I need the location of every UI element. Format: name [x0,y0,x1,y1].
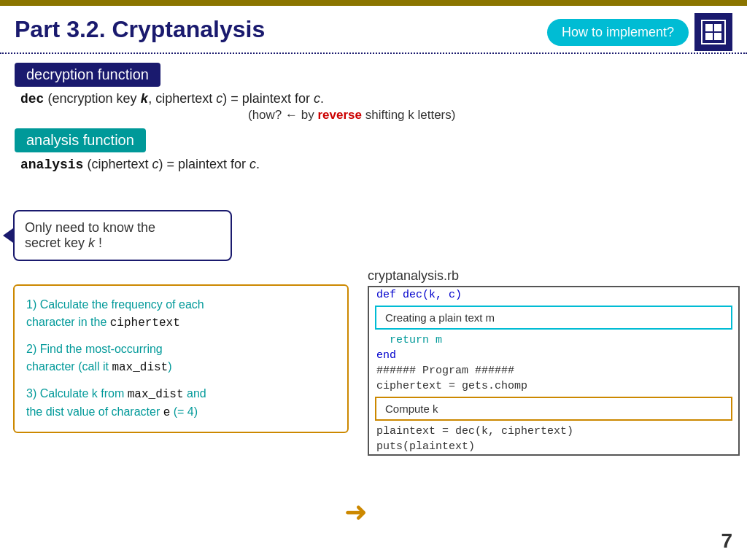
dec-dot: . [320,91,324,106]
step2-teal: 2) Find the most-occurring [26,343,163,355]
step3-mono: max_dist [128,388,184,401]
how-suffix: shifting [362,108,408,122]
code-inner-cyan: Creating a plain text m [375,306,732,330]
step3-teal: 3) Calculate k from [26,387,128,400]
code-hash-line: ###### Program ###### [369,363,738,378]
how-note: (how? ← by reverse shifting k letters) [248,108,732,122]
dec-suffix: ) = plaintext for [222,91,314,106]
dec-mid-text: , ciphertext [148,91,216,106]
page-title: Part 3.2. Cryptanalysis [15,13,265,43]
analysis-suffix: ) = plaintext for [158,157,249,171]
dec-c-param: c [216,91,222,106]
code-filename-label: cryptanalysis.rb [368,268,459,284]
how-end: letters) [414,108,456,122]
decryption-def: dec (encryption key k, ciphertext c) = p… [20,91,732,106]
top-bar [0,0,747,6]
arrow-icon: ➜ [344,496,368,528]
svg-rect-2 [714,24,721,31]
code-def-line: def dec(k, c) [369,287,738,303]
step2: 2) Find the most-occurring character (ca… [26,341,336,376]
step3-end: (= 4) [170,405,198,418]
analysis-section: analysis function analysis (ciphertext c… [15,128,732,172]
code-return-line: return m [369,332,738,348]
only-need-line2: secret key [25,236,88,250]
header-right: How to implement? [547,13,732,51]
analysis-function-name: analysis [20,158,83,172]
divider [0,52,747,54]
step3: 3) Calculate k from max_dist and the dis… [26,385,336,421]
step2-end: ) [168,360,171,373]
step1-ciphertext: ciphertext [110,316,180,330]
tokyo-tech-logo [694,13,732,51]
code-puts-line: puts(plaintext) [369,439,738,454]
header: Part 3.2. Cryptanalysis How to implement… [0,6,747,51]
step1: 1) Calculate the frequency of each chara… [26,296,336,332]
step1-teal2: character in the [26,316,110,328]
dec-k-param: k [140,92,148,106]
only-need-box: Only need to know the secret key k ! [13,210,232,261]
how-to-button[interactable]: How to implement? [547,19,689,46]
dec-def-text: (encryption key [44,91,140,106]
decryption-section: decryption function dec (encryption key … [15,63,732,122]
code-cipher-line: ciphertext = gets.chomp [369,378,738,394]
reverse-text: reverse [317,108,362,122]
step2-teal2: character (call it [26,360,112,373]
page-number: 7 [721,529,732,553]
code-inner-yellow: Compute k [375,397,732,421]
how-text: (how? ← by [248,108,317,122]
code-plain-line: plaintext = dec(k, ciphertext) [369,424,738,439]
analysis-dot: . [256,157,260,171]
step3-teal3: the dist value of character [26,405,163,418]
svg-rect-4 [714,33,721,40]
step2-mono: max_dist [112,361,168,374]
code-end-line: end [369,348,738,363]
analysis-badge: analysis function [15,128,146,152]
svg-rect-1 [705,24,713,31]
svg-rect-3 [705,33,713,40]
step3-e: e [163,406,171,419]
how-k: k [408,108,414,122]
step1-teal: 1) Calculate the frequency of each [26,298,204,311]
svg-rect-0 [702,20,725,44]
only-need-exclaim: ! [95,236,102,250]
only-need-k: k [88,236,95,250]
code-box: def dec(k, c) Creating a plain text m re… [368,286,740,456]
analysis-def: analysis (ciphertext c) = plaintext for … [20,157,732,172]
only-need-line1: Only need to know the [25,220,155,235]
analysis-c2: c [249,157,256,171]
decryption-badge: decryption function [15,63,160,87]
dec-c2: c [314,91,320,106]
main-content: decryption function dec (encryption key … [15,57,732,172]
analysis-def-text: (ciphertext [83,157,152,171]
steps-box: 1) Calculate the frequency of each chara… [13,284,349,433]
dec-function-name: dec [20,92,44,106]
step3-teal2: and [184,387,206,400]
